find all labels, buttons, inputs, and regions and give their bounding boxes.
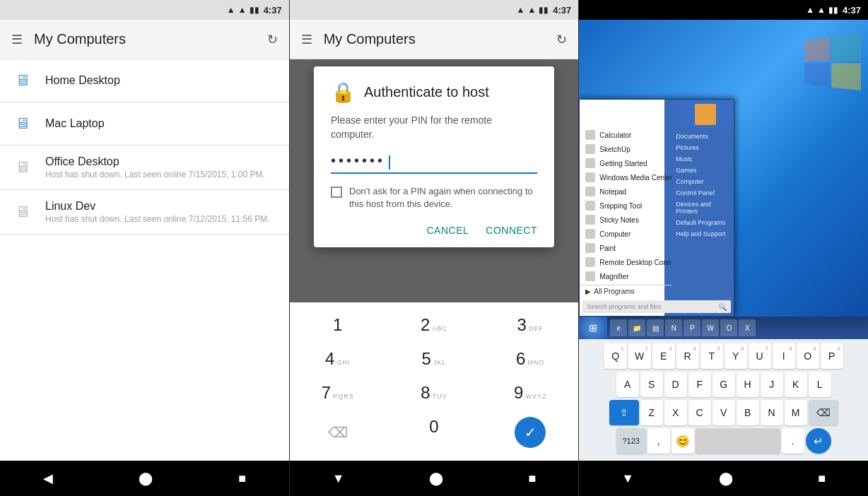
home-button-1[interactable]: ⬤ <box>133 465 158 492</box>
back-button-2[interactable]: ▼ <box>327 466 351 492</box>
kb-shift[interactable]: ⇧ <box>609 400 639 425</box>
search-bar[interactable]: Search programs and files 🔍 <box>582 300 731 313</box>
numpad-key-6[interactable]: 6MNO <box>482 342 578 376</box>
start-right-documents[interactable]: Documents <box>671 131 734 142</box>
list-item-linux-dev[interactable]: 🖥 Linux Dev Host has shut down. Last see… <box>0 190 289 235</box>
list-item-home-desktop[interactable]: 🖥 Home Desktop <box>0 59 289 102</box>
numpad-row-2: 4GHI 5JKL 6MNO <box>290 342 579 376</box>
back-button-3[interactable]: ▼ <box>616 466 640 492</box>
battery-icon-2: ▮▮ <box>539 5 549 15</box>
start-right-default[interactable]: Default Programs <box>671 217 734 228</box>
kb-key-d[interactable]: D <box>664 372 687 397</box>
numpad-key-2[interactable]: 2ABC <box>386 308 482 342</box>
refresh-icon-1[interactable]: ↻ <box>267 32 278 47</box>
menu-icon-2[interactable]: ☰ <box>301 32 312 47</box>
numpad-key-7[interactable]: 7PQRS <box>290 376 386 410</box>
check-icon[interactable]: ✓ <box>515 417 546 448</box>
taskbar-icon-5[interactable]: P <box>684 319 700 336</box>
numpad-key-9[interactable]: 9WXYZ <box>482 376 578 410</box>
start-right-computer[interactable]: Computer <box>671 176 734 187</box>
kb-key-u[interactable]: 7U <box>749 343 771 369</box>
kb-comma[interactable]: , <box>647 428 670 454</box>
numpad-key-5[interactable]: 5JKL <box>386 342 482 376</box>
kb-key-y[interactable]: 6Y <box>725 343 747 369</box>
kb-row-1: 1Q 2W 3E 4R 5T 6Y 7U 8I 9O 0P <box>582 343 865 369</box>
numpad-key-8[interactable]: 8TUV <box>386 376 482 410</box>
home-button-2[interactable]: ⬤ <box>423 465 449 492</box>
kb-key-b[interactable]: B <box>737 400 759 425</box>
pin-input-wrap[interactable]: ••••••• <box>331 153 537 174</box>
home-button-3[interactable]: ⬤ <box>713 465 739 492</box>
monitor-icon-home: 🖥 <box>15 71 30 90</box>
kb-key-i[interactable]: 8I <box>773 343 795 369</box>
kb-key-c[interactable]: C <box>688 400 711 425</box>
start-right-devices[interactable]: Devices and Printers <box>671 199 734 217</box>
start-right-games[interactable]: Games <box>671 165 734 176</box>
remember-checkbox[interactable] <box>331 187 342 198</box>
windows-logo <box>804 34 861 90</box>
numpad-row-4: ⌫ 0 ✓ <box>290 410 579 455</box>
refresh-icon-2[interactable]: ↻ <box>556 32 567 47</box>
connect-button[interactable]: CONNECT <box>486 225 537 236</box>
list-item-mac-laptop[interactable]: 🖥 Mac Laptop <box>0 102 289 146</box>
kb-key-q[interactable]: 1Q <box>604 343 627 369</box>
cancel-button[interactable]: CANCEL <box>426 225 469 236</box>
taskbar-icon-3[interactable]: ▤ <box>647 319 664 336</box>
numpad-key-1[interactable]: 1 <box>290 308 386 342</box>
status-bar-1: ▲ ▲ ▮▮ 4:37 <box>0 0 289 20</box>
taskbar-icon-6[interactable]: W <box>702 319 719 336</box>
numpad-confirm[interactable]: ✓ <box>482 410 578 455</box>
recent-button-1[interactable]: ■ <box>233 466 252 492</box>
numpad-backspace[interactable]: ⌫ <box>290 410 386 455</box>
computer-subtitle-office: Host has shut down. Last seen online 7/1… <box>45 170 278 179</box>
start-right-control[interactable]: Control Panel <box>671 187 734 199</box>
kb-key-e[interactable]: 3E <box>652 343 675 369</box>
kb-key-k[interactable]: K <box>785 372 807 397</box>
kb-enter[interactable]: ↵ <box>806 428 831 454</box>
kb-key-a[interactable]: A <box>616 372 639 397</box>
remote-screen[interactable]: jsmith.be Calculator SketchUp Getting St… <box>579 20 868 339</box>
list-item-office-desktop[interactable]: 🖥 Office Desktop Host has shut down. Las… <box>0 146 289 190</box>
kb-emoji[interactable]: 😊 <box>671 428 694 454</box>
kb-key-s[interactable]: S <box>640 372 663 397</box>
numpad-key-4[interactable]: 4GHI <box>290 342 386 376</box>
kb-key-l[interactable]: L <box>809 372 831 397</box>
kb-key-h[interactable]: H <box>737 372 759 397</box>
numpad-key-3[interactable]: 3DEF <box>482 308 578 342</box>
screen-content: jsmith.be Calculator SketchUp Getting St… <box>579 20 868 339</box>
start-button[interactable]: ⊞ <box>579 317 607 339</box>
kb-period[interactable]: . <box>782 428 804 454</box>
kb-key-j[interactable]: J <box>761 372 783 397</box>
kb-key-w[interactable]: 2W <box>628 343 651 369</box>
kb-key-g[interactable]: G <box>712 372 735 397</box>
menu-icon-1[interactable]: ☰ <box>11 32 23 47</box>
kb-key-t[interactable]: 5T <box>700 343 723 369</box>
taskbar-explorer[interactable]: 📁 <box>628 319 645 336</box>
kb-key-x[interactable]: X <box>664 400 687 425</box>
kb-key-m[interactable]: M <box>785 400 807 425</box>
recent-button-3[interactable]: ■ <box>812 466 831 492</box>
start-right-pictures[interactable]: Pictures <box>671 142 734 153</box>
start-right-help[interactable]: Help and Support <box>671 228 734 240</box>
recent-button-2[interactable]: ■ <box>522 466 541 492</box>
taskbar-icon-8[interactable]: X <box>739 319 756 336</box>
kb-space[interactable] <box>696 428 780 454</box>
numpad-key-0[interactable]: 0 <box>386 410 482 455</box>
monitor-icon-linux: 🖥 <box>15 203 30 221</box>
kb-symbols[interactable]: ?123 <box>616 428 646 454</box>
kb-key-p[interactable]: 0P <box>821 343 843 369</box>
kb-key-v[interactable]: V <box>712 400 735 425</box>
pin-dots: ••••••• <box>331 153 385 168</box>
taskbar-icon-4[interactable]: N <box>665 319 682 336</box>
kb-key-z[interactable]: Z <box>640 400 663 425</box>
taskbar-ie[interactable]: e <box>610 319 627 336</box>
kb-key-f[interactable]: F <box>688 372 711 397</box>
kb-key-r[interactable]: 4R <box>676 343 699 369</box>
back-button-1[interactable]: ◀ <box>37 465 59 492</box>
kb-backspace[interactable]: ⌫ <box>809 400 838 425</box>
start-right-music[interactable]: Music <box>671 153 734 165</box>
kb-key-o[interactable]: 9O <box>797 343 819 369</box>
monitor-icon-mac: 🖥 <box>15 114 30 133</box>
kb-key-n[interactable]: N <box>761 400 783 425</box>
taskbar-icon-7[interactable]: O <box>720 319 737 336</box>
